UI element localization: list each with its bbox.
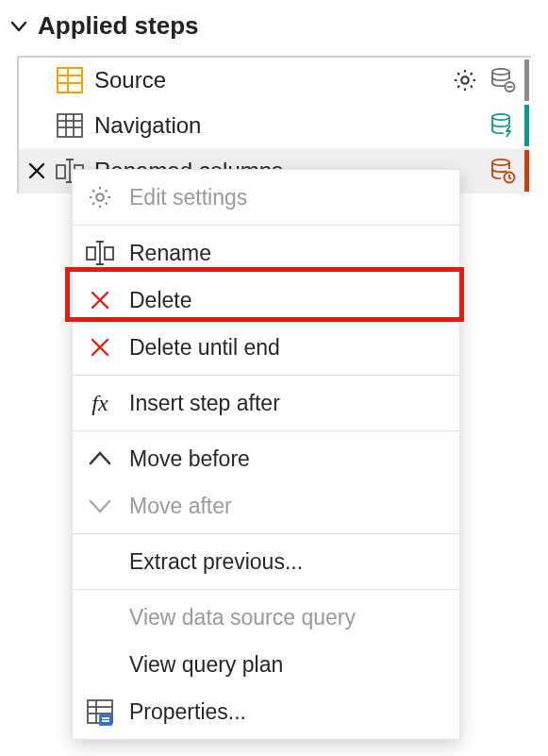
ctx-label: Edit settings (129, 185, 247, 210)
ctx-label: Delete until end (129, 335, 280, 361)
ctx-label: Properties... (129, 699, 246, 725)
ctx-label: Rename (129, 241, 211, 266)
svg-point-7 (461, 76, 468, 83)
separator (73, 225, 459, 226)
chevron-down-icon (9, 17, 28, 36)
ctx-delete-until-end[interactable]: Delete until end (73, 324, 459, 371)
step-label: Source (94, 67, 449, 93)
svg-rect-10 (58, 114, 82, 137)
ctx-properties[interactable]: Properties... (73, 688, 459, 735)
svg-rect-29 (100, 715, 111, 725)
status-stripe (524, 59, 529, 101)
ctx-rename[interactable]: Rename (73, 229, 459, 277)
ctx-label: Extract previous... (129, 549, 303, 575)
ctx-insert-step-after[interactable]: fx Insert step after (73, 379, 459, 427)
svg-point-15 (492, 114, 509, 120)
database-clock-icon[interactable] (487, 155, 519, 187)
fx-icon: fx (84, 387, 116, 419)
separator (73, 533, 459, 534)
step-row[interactable]: Navigation (19, 103, 531, 148)
ctx-delete[interactable]: Delete (73, 277, 459, 324)
svg-point-19 (492, 160, 509, 165)
delete-step-icon[interactable] (23, 160, 51, 181)
table-source-icon (55, 65, 85, 95)
svg-rect-22 (87, 247, 95, 260)
table-icon (55, 110, 85, 141)
svg-rect-2 (69, 69, 81, 75)
step-actions (487, 150, 531, 192)
blank-icon (84, 648, 116, 680)
close-icon (84, 284, 116, 316)
applied-steps-header[interactable]: Applied steps (0, 0, 548, 50)
svg-point-21 (96, 193, 103, 200)
step-actions (487, 105, 531, 146)
blank-icon (84, 546, 116, 578)
step-actions (449, 59, 531, 101)
ctx-label: Move before (129, 446, 250, 472)
step-label: Navigation (94, 112, 487, 139)
ctx-extract-previous[interactable]: Extract previous... (73, 538, 459, 585)
gear-icon (84, 181, 116, 213)
ctx-label: Delete (129, 288, 191, 313)
status-stripe (524, 105, 529, 146)
step-row[interactable]: Source (19, 58, 531, 103)
rename-icon (84, 237, 116, 269)
ctx-move-after: Move after (73, 482, 459, 529)
gear-icon[interactable] (449, 64, 481, 96)
close-icon (84, 331, 116, 363)
blank-icon (84, 601, 116, 633)
svg-rect-5 (58, 84, 67, 92)
svg-rect-23 (105, 247, 113, 260)
database-lightning-icon[interactable] (487, 109, 519, 142)
separator (73, 430, 459, 431)
chevron-up-icon (84, 443, 116, 475)
svg-rect-1 (58, 69, 67, 75)
svg-rect-6 (69, 84, 81, 92)
svg-point-8 (492, 69, 509, 75)
applied-steps-title: Applied steps (38, 11, 198, 41)
separator (73, 589, 459, 590)
ctx-label: Insert step after (129, 391, 280, 416)
context-menu: Edit settings Rename Delete Delete un (72, 169, 460, 740)
ctx-move-before[interactable]: Move before (73, 435, 459, 482)
svg-rect-16 (57, 165, 65, 178)
ctx-view-data-source-query: View data source query (73, 594, 459, 641)
svg-rect-3 (58, 76, 67, 82)
ctx-view-query-plan[interactable]: View query plan (73, 641, 459, 688)
svg-rect-4 (69, 76, 81, 82)
database-minus-icon[interactable] (487, 64, 519, 96)
chevron-down-icon (84, 490, 116, 522)
ctx-label: View query plan (129, 652, 283, 678)
separator (73, 375, 459, 376)
ctx-label: Move after (129, 494, 232, 519)
status-stripe (524, 150, 529, 192)
properties-icon (84, 696, 116, 728)
ctx-edit-settings: Edit settings (73, 174, 459, 221)
ctx-label: View data source query (129, 605, 356, 630)
